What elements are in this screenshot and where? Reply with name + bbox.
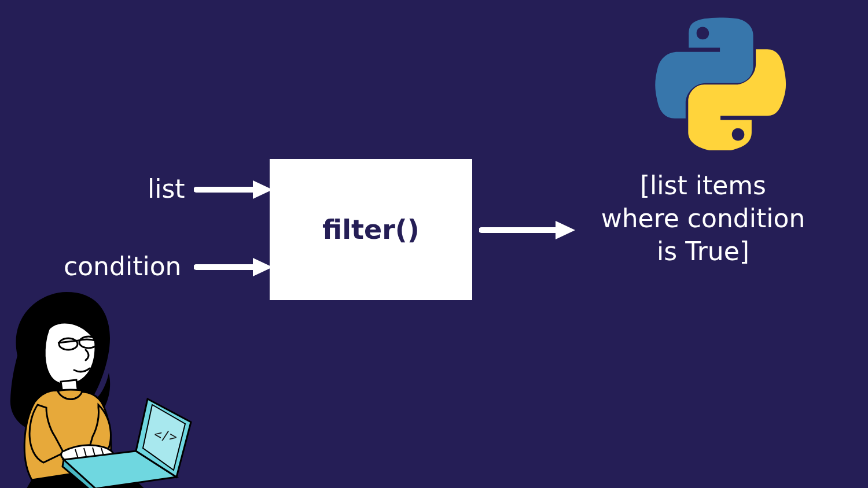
arrow-filter-to-output — [479, 219, 578, 242]
filter-box-label: filter() — [322, 214, 420, 245]
svg-marker-5 — [556, 221, 575, 239]
output-line-1: [list items — [579, 169, 827, 202]
input-label-condition: condition — [64, 250, 181, 283]
diagram-stage: list condition filter() [list items wher… — [0, 0, 868, 488]
input-label-list: list — [148, 172, 185, 205]
arrow-condition-to-filter — [194, 256, 275, 279]
arrow-list-to-filter — [194, 178, 275, 201]
python-logo-icon — [654, 17, 787, 150]
output-line-3: is True] — [579, 235, 827, 268]
programmer-illustration-icon: </> — [0, 286, 208, 488]
filter-function-box: filter() — [270, 159, 472, 300]
output-line-2: where condition — [579, 202, 827, 235]
output-description: [list items where condition is True] — [579, 169, 827, 268]
